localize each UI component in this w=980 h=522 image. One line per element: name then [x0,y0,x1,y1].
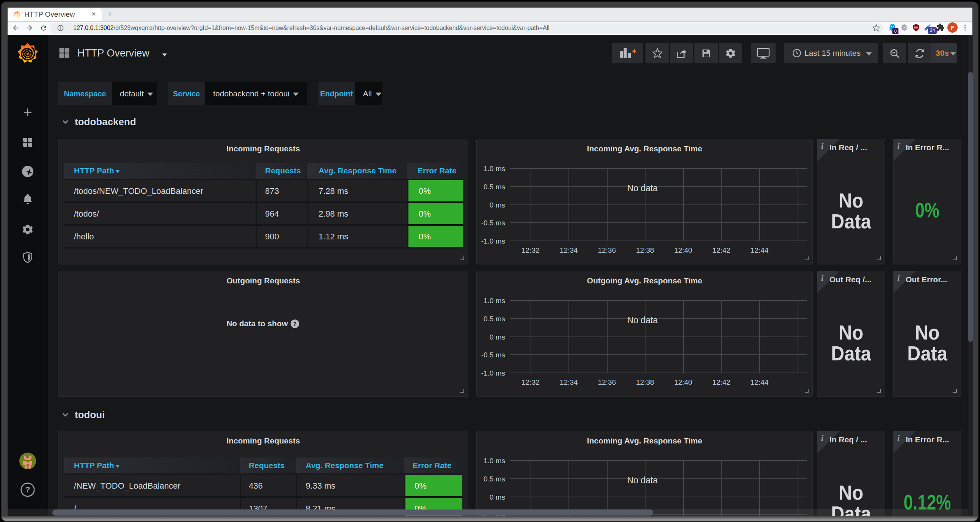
svg-text:?: ? [293,321,297,327]
svg-text:?: ? [25,485,30,494]
svg-text:UO: UO [914,26,918,29]
